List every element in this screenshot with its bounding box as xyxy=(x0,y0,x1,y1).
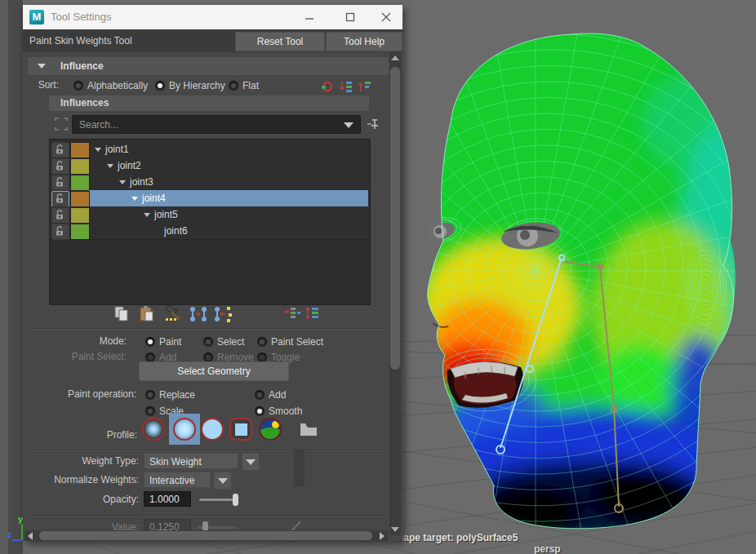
scroll-left-button[interactable] xyxy=(24,530,36,541)
scroll-down-button[interactable] xyxy=(389,524,401,535)
reset-tool-button[interactable]: Reset Tool xyxy=(235,32,325,51)
lock-influence-button[interactable] xyxy=(51,191,69,207)
brush-soft-icon[interactable] xyxy=(173,418,196,441)
mode-select-radio[interactable] xyxy=(203,337,213,347)
lock-influence-button[interactable] xyxy=(51,142,69,158)
joint-color-swatch[interactable] xyxy=(70,224,90,240)
sort-ascending-icon[interactable] xyxy=(358,79,372,94)
tool-name: Paint Skin Weights Tool xyxy=(29,35,132,47)
copy-weights-icon[interactable] xyxy=(113,305,131,323)
lock-influence-button[interactable] xyxy=(51,224,69,240)
normalize-weights-dropdown-button[interactable] xyxy=(214,472,232,490)
operation-smooth-label: Smooth xyxy=(269,406,302,417)
brush-square-icon[interactable] xyxy=(229,418,252,441)
search-input[interactable] xyxy=(78,117,342,132)
lock-influence-button[interactable] xyxy=(51,158,69,175)
window-titlebar[interactable]: M Tool Settings xyxy=(23,5,402,30)
pin-influence-icon[interactable] xyxy=(366,117,380,131)
move-weights-icon[interactable] xyxy=(188,305,209,323)
show-selected-influences-icon[interactable] xyxy=(282,305,302,323)
sort-by-hierarchy-label: By Hierarchy xyxy=(169,80,225,91)
weight-hammer-icon[interactable] xyxy=(163,305,183,323)
joint-name[interactable]: joint2 xyxy=(118,160,141,171)
value-slider xyxy=(198,526,235,529)
influence-section-header[interactable]: Influence xyxy=(28,57,389,75)
weight-type-dropdown-button[interactable] xyxy=(242,453,260,471)
opacity-slider[interactable] xyxy=(199,499,238,501)
joint-row[interactable]: joint3 xyxy=(50,174,368,191)
operation-replace-radio[interactable] xyxy=(145,390,155,400)
mode-paint-select-radio[interactable] xyxy=(257,337,267,347)
lock-influence-button[interactable] xyxy=(51,207,69,224)
show-all-influences-icon[interactable] xyxy=(305,305,324,323)
expand-arrow-icon[interactable] xyxy=(119,180,126,184)
horizontal-scrollbar[interactable] xyxy=(24,530,388,541)
joint-color-swatch[interactable] xyxy=(70,175,90,191)
joint-row[interactable]: joint1 xyxy=(50,141,368,158)
expand-arrow-icon[interactable] xyxy=(95,148,101,152)
joint-name[interactable]: joint4 xyxy=(142,193,166,204)
move-weights-locked-icon[interactable] xyxy=(212,305,233,323)
joint-row-selected[interactable]: joint4 xyxy=(50,190,368,207)
close-button[interactable] xyxy=(374,8,398,26)
joint-row[interactable]: joint2 xyxy=(50,157,368,175)
scroll-up-button[interactable] xyxy=(389,52,401,64)
sort-alphabetically-radio[interactable] xyxy=(73,81,83,91)
mode-paint-radio[interactable] xyxy=(145,337,155,347)
joint-name[interactable]: joint3 xyxy=(130,176,153,188)
joint-row[interactable]: joint5 xyxy=(50,206,368,224)
minimize-button[interactable] xyxy=(297,8,322,26)
operation-add-radio[interactable] xyxy=(255,390,265,400)
mode-label: Mode: xyxy=(23,335,127,347)
scroll-right-button[interactable] xyxy=(376,530,388,541)
axis-z-label: z xyxy=(7,530,12,539)
select-geometry-button[interactable]: Select Geometry xyxy=(139,361,289,381)
operation-scale-radio[interactable] xyxy=(145,406,155,416)
influence-search-field[interactable] xyxy=(72,115,361,134)
maximize-button[interactable] xyxy=(338,8,362,26)
lock-influence-button[interactable] xyxy=(51,175,69,191)
maya-window-edge xyxy=(8,0,23,554)
maya-toolbox-strip xyxy=(0,0,8,554)
weight-type-dropdown[interactable]: Skin Weight xyxy=(144,453,238,469)
expand-arrow-icon[interactable] xyxy=(131,197,138,201)
search-dropdown-icon[interactable] xyxy=(344,122,354,128)
brush-gaussian-icon[interactable] xyxy=(142,418,165,441)
joint-name[interactable]: joint5 xyxy=(154,209,178,220)
select-brackets-icon[interactable] xyxy=(54,117,69,131)
vertical-scrollbar[interactable] xyxy=(389,52,401,535)
opacity-input[interactable] xyxy=(144,491,191,507)
joint-row[interactable]: joint6 xyxy=(50,223,368,240)
brush-image-icon[interactable] xyxy=(259,418,282,441)
influences-joint-list[interactable]: joint1 joint2 joint3 joint4 joint5 xyxy=(49,139,371,305)
tool-help-button[interactable]: Tool Help xyxy=(326,32,402,51)
sort-flat-radio[interactable] xyxy=(229,81,238,91)
joint-color-swatch[interactable] xyxy=(70,158,90,175)
sort-label: Sort: xyxy=(23,79,59,91)
sort-by-hierarchy-radio[interactable] xyxy=(155,81,165,91)
joint-color-swatch[interactable] xyxy=(70,142,90,158)
opacity-slider-handle[interactable] xyxy=(233,494,238,506)
normalize-weights-label: Normalize Weights: xyxy=(23,474,139,485)
influence-section-title: Influence xyxy=(60,60,104,72)
vertical-scrollbar-thumb[interactable] xyxy=(390,67,400,370)
mouth xyxy=(447,361,523,408)
joint-name[interactable]: joint1 xyxy=(105,144,129,155)
expand-arrow-icon[interactable] xyxy=(107,164,113,168)
expand-arrow-icon[interactable] xyxy=(144,213,150,217)
refresh-influences-icon[interactable] xyxy=(320,79,335,94)
joint-color-swatch[interactable] xyxy=(70,191,90,207)
operation-smooth-radio[interactable] xyxy=(255,406,265,416)
joint-color-swatch[interactable] xyxy=(70,207,90,224)
influences-list-header[interactable]: Influences xyxy=(49,95,369,111)
paste-weights-icon[interactable] xyxy=(138,305,156,323)
horizontal-scrollbar-thumb[interactable] xyxy=(39,531,372,540)
operation-add-label: Add xyxy=(269,389,286,401)
sort-descending-icon[interactable] xyxy=(339,79,354,94)
brush-solid-icon[interactable] xyxy=(201,418,224,441)
normalize-weights-dropdown[interactable]: Interactive xyxy=(144,472,211,488)
opacity-label: Opacity: xyxy=(23,494,139,505)
browse-brush-folder-icon[interactable] xyxy=(299,421,318,437)
inner-scrollbar[interactable] xyxy=(294,449,305,486)
joint-name[interactable]: joint6 xyxy=(164,225,188,237)
